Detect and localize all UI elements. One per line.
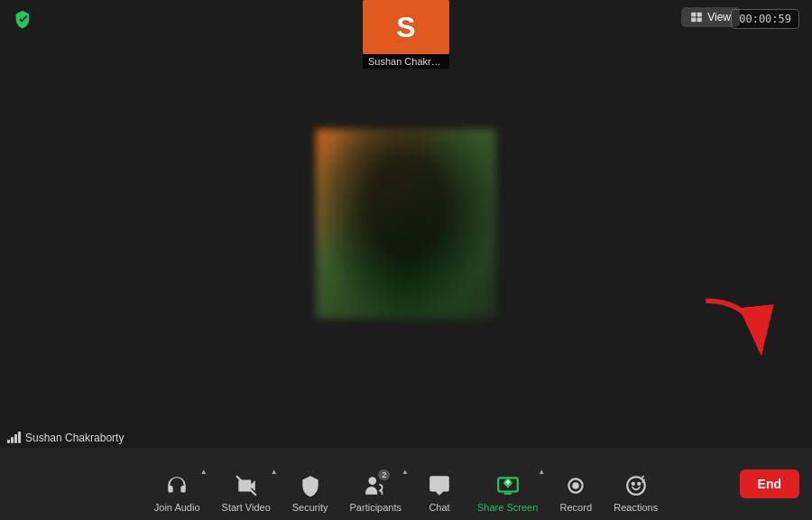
security-label: Security	[292, 502, 328, 513]
participants-caret[interactable]: ▲	[401, 468, 409, 476]
share-screen-caret[interactable]: ▲	[538, 468, 545, 476]
toolbar-chat[interactable]: Chat	[412, 448, 466, 520]
chat-label: Chat	[429, 502, 449, 513]
svg-point-11	[627, 477, 645, 495]
meeting-toolbar: ▲ Join Audio ▲ Start Video Security ▲	[0, 448, 812, 520]
svg-rect-0	[691, 13, 696, 17]
join-audio-caret[interactable]: ▲	[200, 468, 208, 476]
toolbar-share-screen[interactable]: ▲ Share Screen	[466, 448, 549, 520]
svg-rect-1	[697, 13, 702, 17]
svg-rect-2	[691, 18, 696, 23]
signal-strength-icon	[7, 432, 21, 443]
security-icon	[298, 473, 323, 498]
participant-name: Sushan Chakrab...	[363, 54, 449, 69]
svg-point-10	[572, 482, 579, 489]
view-label: View	[707, 11, 731, 23]
share-screen-icon	[495, 473, 521, 498]
toolbar-start-video[interactable]: ▲ Start Video	[211, 448, 281, 520]
participants-badge: 2	[378, 469, 390, 480]
svg-rect-3	[697, 18, 702, 23]
record-icon	[563, 473, 588, 498]
toolbar-participants[interactable]: ▲ 2 Participants	[339, 448, 412, 520]
svg-point-13	[638, 483, 640, 485]
join-audio-label: Join Audio	[154, 502, 200, 513]
reactions-label: Reactions	[614, 502, 658, 513]
toolbar-reactions[interactable]: Reactions	[603, 448, 669, 520]
chat-icon	[427, 473, 452, 498]
toolbar-join-audio[interactable]: ▲ Join Audio	[143, 448, 211, 520]
reactions-icon	[623, 473, 649, 498]
record-label: Record	[560, 502, 592, 513]
security-shield-icon	[13, 9, 32, 29]
toolbar-record[interactable]: Record	[549, 448, 603, 520]
svg-point-12	[632, 483, 633, 485]
view-button[interactable]: View	[681, 7, 740, 27]
meeting-area: 00:00:59 View S Sushan Chakrab... Sush	[0, 0, 812, 448]
main-video-feed	[316, 129, 496, 319]
headphone-icon	[164, 473, 189, 498]
participants-icon: 2	[363, 473, 388, 498]
share-screen-label: Share Screen	[477, 502, 538, 513]
end-arrow-indicator	[686, 281, 776, 371]
participants-label: Participants	[350, 502, 401, 513]
camera-off-icon	[234, 473, 259, 498]
start-video-label: Start Video	[222, 502, 271, 513]
end-meeting-button[interactable]: End	[740, 469, 799, 498]
start-video-caret[interactable]: ▲	[271, 468, 278, 476]
self-name-text: Sushan Chakraborty	[25, 432, 124, 444]
svg-point-6	[369, 477, 377, 485]
toolbar-security[interactable]: Security	[281, 448, 339, 520]
self-name-label: Sushan Chakraborty	[7, 432, 124, 444]
